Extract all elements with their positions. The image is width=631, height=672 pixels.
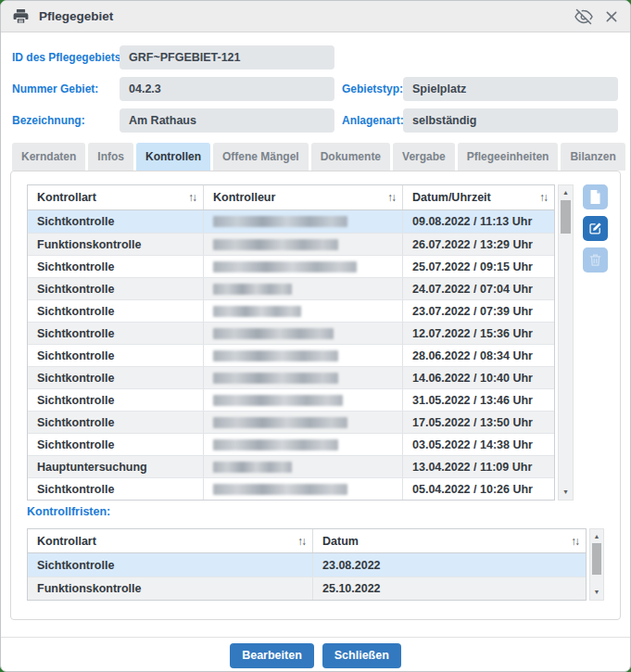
datum-uhrzeit-cell: 17.05.2022 / 13:50 Uhr [403, 412, 554, 433]
nummer-gebiet-field[interactable]: 04.2.3 [120, 77, 334, 101]
kontrollen-table-row[interactable]: Sichtkontrolle23.07.2022 / 07:39 Uhr [28, 299, 554, 322]
datum-uhrzeit-cell: 23.07.2022 / 07:39 Uhr [403, 300, 554, 322]
close-icon[interactable] [604, 9, 619, 24]
printer-icon[interactable] [12, 7, 30, 25]
kontrollen-table-row[interactable]: Sichtkontrolle28.06.2022 / 08:34 Uhr [28, 344, 554, 366]
kontrollart-cell: Sichtkontrolle [28, 210, 204, 233]
kontrollfristen-table: Kontrollart ↑↓ Datum ↑↓ Sichtkontrolle23… [27, 528, 587, 601]
kontrollen-scrollbar[interactable]: ▲ ▼ [558, 184, 574, 501]
kontrollen-table-row[interactable]: Hauptuntersuchung13.04.2022 / 11:09 Uhr [28, 455, 554, 477]
datum-uhrzeit-cell: 31.05.2022 / 13:46 Uhr [403, 389, 554, 411]
file-icon [588, 190, 602, 204]
kontrollen-table-row[interactable]: Sichtkontrolle31.05.2022 / 13:46 Uhr [28, 388, 554, 411]
kontrollfristen-table-row[interactable]: Funktionskontrolle25.10.2022 [28, 577, 586, 600]
kontrolleur-cell [204, 278, 403, 299]
column-header-datum[interactable]: Datum ↑↓ [313, 529, 586, 552]
kontrollen-table-body: Sichtkontrolle09.08.2022 / 11:13 UhrFunk… [28, 210, 554, 500]
scrollbar-thumb[interactable] [592, 543, 601, 575]
kontrolleur-redacted [213, 216, 347, 227]
schliessen-button[interactable]: Schließen [322, 643, 401, 668]
delete-record-button[interactable] [583, 247, 608, 273]
datum-uhrzeit-cell: 12.07.2022 / 15:36 Uhr [403, 323, 554, 344]
column-header-kontrolleur[interactable]: Kontrolleur ↑↓ [204, 185, 403, 209]
footer-buttons: Bearbeiten Schließen [1, 643, 630, 668]
id-field[interactable]: GRF~PFGEBIET-121 [120, 45, 334, 70]
kontrollen-table-row[interactable]: Sichtkontrolle09.08.2022 / 11:13 Uhr [28, 210, 554, 233]
kontrolleur-cell [204, 389, 403, 411]
datum-uhrzeit-cell: 03.05.2022 / 14:38 Uhr [403, 434, 554, 455]
scroll-down-icon[interactable]: ▼ [559, 487, 573, 498]
datum-uhrzeit-cell: 05.04.2022 / 10:26 Uhr [403, 478, 554, 500]
pflegegebiet-dialog: Pflegegebiet ID des Pflegegebiets: GRF~P… [0, 0, 631, 672]
datum-uhrzeit-cell: 14.06.2022 / 10:40 Uhr [403, 367, 554, 388]
kontrolleur-cell [204, 300, 403, 322]
kontrolleur-cell [204, 478, 403, 500]
kontrollen-table-row[interactable]: Sichtkontrolle17.05.2022 / 13:50 Uhr [28, 411, 554, 433]
new-record-button[interactable] [583, 184, 608, 209]
kontrollen-table-header: Kontrollart ↑↓ Kontrolleur ↑↓ Datum/Uhrz… [28, 185, 554, 210]
column-header-kontrollart[interactable]: Kontrollart ↑↓ [28, 185, 204, 209]
sort-icon[interactable]: ↑↓ [539, 191, 547, 204]
kontrollen-table-row[interactable]: Sichtkontrolle05.04.2022 / 10:26 Uhr [28, 477, 554, 500]
kontrollart-cell: Sichtkontrolle [28, 434, 204, 455]
gebietstyp-field[interactable]: Spielplatz [403, 77, 618, 101]
datum-uhrzeit-cell: 28.06.2022 / 08:34 Uhr [403, 345, 554, 366]
tab-pflegeeinheiten[interactable]: Pflegeeinheiten [458, 143, 559, 171]
tab-vergabe[interactable]: Vergabe [393, 143, 455, 171]
tab-dokumente[interactable]: Dokumente [311, 143, 390, 171]
column-header-kontrollart[interactable]: Kontrollart ↑↓ [28, 529, 313, 552]
bearbeiten-button[interactable]: Bearbeiten [230, 643, 314, 668]
kontrollen-table-row[interactable]: Sichtkontrolle14.06.2022 / 10:40 Uhr [28, 366, 554, 388]
kontrollen-table-row[interactable]: Sichtkontrolle12.07.2022 / 15:36 Uhr [28, 322, 554, 344]
column-label: Kontrollart [37, 191, 96, 204]
sort-icon[interactable]: ↑↓ [188, 191, 196, 204]
kontrollen-table-row[interactable]: Sichtkontrolle03.05.2022 / 14:38 Uhr [28, 433, 554, 455]
kontrollfristen-table-row[interactable]: Sichtkontrolle23.08.2022 [28, 553, 586, 577]
edit-record-button[interactable] [583, 216, 608, 241]
kontrollen-table-row[interactable]: Sichtkontrolle24.07.2022 / 07:04 Uhr [28, 277, 554, 299]
anlagenart-field[interactable]: selbständig [403, 108, 618, 133]
column-label: Datum/Uhrzeit [412, 191, 491, 204]
scrollbar-thumb[interactable] [561, 200, 571, 234]
kontrollart-cell: Sichtkontrolle [28, 478, 204, 500]
kontrolleur-redacted [213, 484, 347, 495]
tab-infos[interactable]: Infos [88, 143, 133, 171]
kontrollart-cell: Sichtkontrolle [28, 553, 313, 577]
scroll-up-icon[interactable]: ▲ [559, 187, 573, 198]
kontrolleur-redacted [213, 350, 338, 361]
tab-kerndaten[interactable]: Kerndaten [12, 143, 85, 171]
kontrollart-cell: Sichtkontrolle [28, 389, 204, 411]
sort-icon[interactable]: ↑↓ [387, 191, 395, 204]
sort-icon[interactable]: ↑↓ [571, 535, 578, 548]
column-label: Datum [322, 535, 359, 548]
tab-kontrollen[interactable]: Kontrollen [136, 143, 210, 171]
kontrollart-cell: Hauptuntersuchung [28, 456, 204, 477]
scroll-up-icon[interactable]: ▲ [590, 531, 603, 542]
kontrollart-cell: Sichtkontrolle [28, 345, 204, 366]
sort-icon[interactable]: ↑↓ [297, 535, 305, 548]
title-bar: Pflegegebiet [1, 1, 630, 32]
kontrollart-cell: Sichtkontrolle [28, 300, 204, 322]
bezeichnung-label: Bezeichnung: [12, 114, 120, 127]
scroll-down-icon[interactable]: ▼ [590, 587, 603, 598]
kontrolleur-redacted [213, 306, 301, 317]
tab-content-panel: Kontrollart ↑↓ Kontrolleur ↑↓ Datum/Uhrz… [10, 171, 621, 620]
kontrollen-table-row[interactable]: Sichtkontrolle25.07.2022 / 09:15 Uhr [28, 255, 554, 277]
kontrollart-cell: Funktionskontrolle [28, 234, 204, 255]
column-label: Kontrolleur [213, 191, 275, 204]
kontrollen-table: Kontrollart ↑↓ Kontrolleur ↑↓ Datum/Uhrz… [27, 184, 555, 501]
kontrolleur-redacted [213, 417, 347, 428]
kontrolleur-cell [204, 234, 403, 255]
kontrolleur-redacted [213, 284, 292, 295]
kontrolleur-redacted [213, 328, 334, 339]
kontrollart-cell: Sichtkontrolle [28, 278, 204, 299]
edit-icon [588, 222, 602, 235]
tab-bilanzen[interactable]: Bilanzen [561, 143, 625, 171]
kontrollfristen-scrollbar[interactable]: ▲ ▼ [589, 528, 604, 601]
tab-offene-m-ngel[interactable]: Offene Mängel [213, 143, 309, 171]
kontrolleur-cell [204, 345, 403, 366]
kontrollen-table-row[interactable]: Funktionskontrolle26.07.2022 / 13:29 Uhr [28, 233, 554, 255]
bezeichnung-field[interactable]: Am Rathaus [120, 108, 334, 133]
column-header-datum-uhrzeit[interactable]: Datum/Uhrzeit ↑↓ [403, 185, 554, 209]
watch-off-icon[interactable] [574, 7, 593, 26]
